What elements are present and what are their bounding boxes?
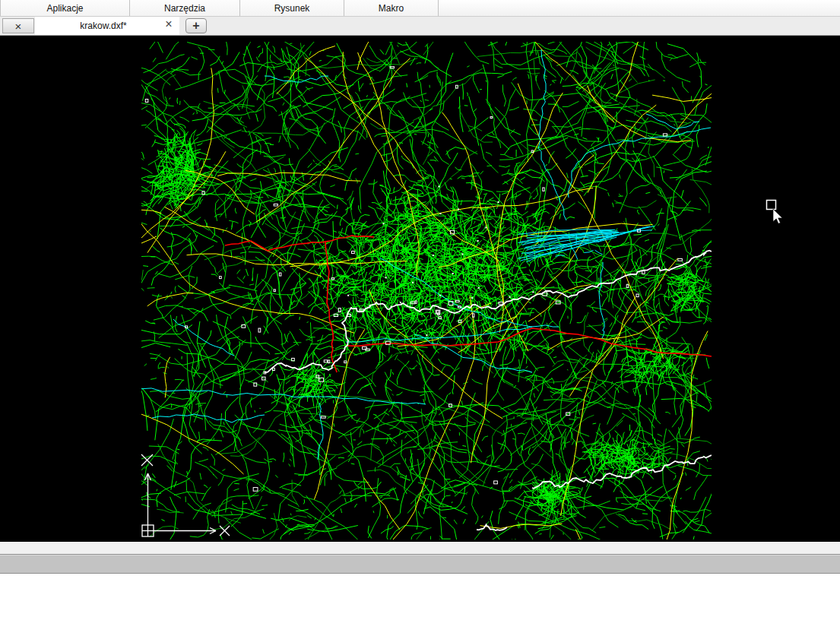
document-tab[interactable]: krakow.dxf* ×	[35, 17, 179, 35]
drawing-viewport	[0, 36, 840, 542]
application-window: Aplikacje Narzędzia Rysunek Makro × krak…	[0, 0, 840, 617]
menu-item-rysunek[interactable]: Rysunek	[240, 0, 344, 16]
drawing-canvas[interactable]	[0, 36, 840, 542]
status-bar	[0, 554, 840, 574]
close-document-button[interactable]: ×	[2, 18, 34, 33]
menu-bar: Aplikacje Narzędzia Rysunek Makro	[0, 0, 840, 17]
menu-item-makro[interactable]: Makro	[344, 0, 439, 16]
new-tab-button[interactable]: +	[185, 18, 207, 33]
tab-title: krakow.dxf*	[80, 21, 126, 31]
bottom-spacer	[0, 574, 840, 617]
tab-close-icon[interactable]: ×	[163, 17, 175, 31]
menu-item-narzedzia[interactable]: Narzędzia	[130, 0, 240, 16]
tab-bar: × krakow.dxf* × +	[0, 17, 840, 36]
plus-icon: +	[192, 19, 199, 33]
status-strip	[0, 542, 840, 554]
menu-item-aplikacje[interactable]: Aplikacje	[0, 0, 130, 16]
close-icon: ×	[15, 20, 22, 33]
